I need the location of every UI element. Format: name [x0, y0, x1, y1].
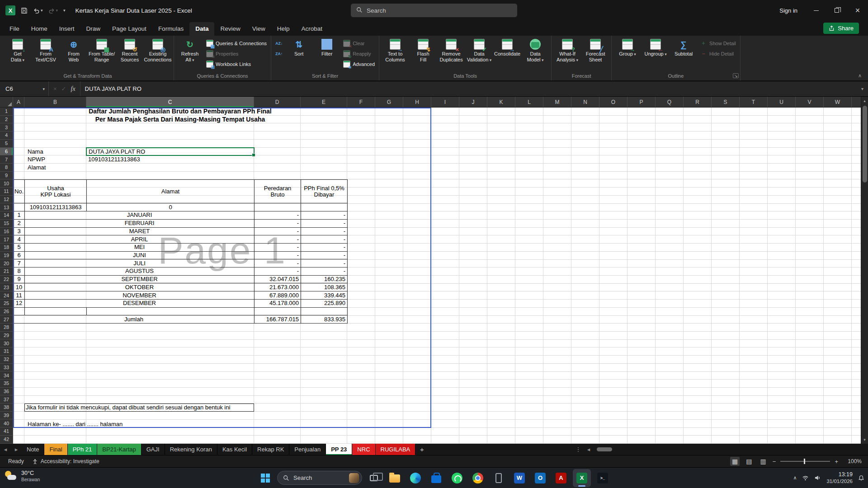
selected-cell-c6[interactable]: DUTA JAYA PLAT RO: [86, 147, 255, 156]
group-button[interactable]: Group ▾: [614, 37, 641, 71]
row-header-6[interactable]: 6: [0, 148, 13, 156]
row-header-3[interactable]: 3: [0, 123, 13, 131]
subtotal-button[interactable]: Subtotal: [670, 37, 697, 71]
row-header-29[interactable]: 29: [0, 332, 13, 340]
weather-widget[interactable]: 30°C Berawan: [5, 470, 40, 483]
name-box-dropdown-icon[interactable]: ▾: [42, 87, 45, 91]
cell-bruto[interactable]: -: [255, 251, 301, 259]
cell-month[interactable]: OKTOBER: [25, 283, 255, 291]
row-header-27[interactable]: 27: [0, 315, 13, 324]
name-box[interactable]: C6 ▾: [0, 81, 49, 96]
minimize-button[interactable]: [806, 0, 826, 21]
row-header-7[interactable]: 7: [0, 155, 13, 164]
show-detail-button[interactable]: Show Detail: [698, 38, 738, 48]
cell-bruto[interactable]: 21.673.000: [255, 283, 301, 291]
taskbar-task-view-icon[interactable]: [365, 469, 383, 487]
save-icon[interactable]: [21, 7, 28, 14]
properties-button[interactable]: Properties: [204, 49, 269, 59]
taskbar-file-explorer-icon[interactable]: [386, 469, 404, 487]
sheet-tab-note[interactable]: Note: [22, 444, 44, 455]
what-if-analysis-button[interactable]: What-If Analysis ▾: [554, 37, 581, 71]
row-header-41[interactable]: 41: [0, 427, 13, 436]
sign-in-button[interactable]: Sign in: [771, 7, 806, 14]
cell-no[interactable]: 11: [14, 291, 25, 300]
jumlah-pph[interactable]: 833.935: [301, 315, 348, 324]
taskbar-search-box[interactable]: Search: [277, 471, 362, 485]
row-header-28[interactable]: 28: [0, 324, 13, 332]
column-header-n[interactable]: N: [571, 97, 599, 107]
accessibility-status[interactable]: Accessibility: Investigate: [32, 458, 99, 465]
column-header-i[interactable]: I: [431, 97, 459, 107]
refresh-all-button[interactable]: Refresh All ▾: [176, 37, 203, 71]
row-header-17[interactable]: 17: [0, 235, 13, 244]
cell-month[interactable]: APRIL: [25, 235, 255, 244]
taskbar-outlook-icon[interactable]: O: [531, 469, 549, 487]
zoom-level[interactable]: 100%: [843, 458, 862, 465]
header-pph[interactable]: PPh Final 0,5%Dibayar: [301, 180, 348, 203]
cell-no[interactable]: 4: [14, 235, 25, 244]
row-header-34[interactable]: 34: [0, 371, 13, 380]
column-header-f[interactable]: F: [347, 97, 375, 107]
cell-month[interactable]: FEBRUARI: [25, 219, 255, 227]
scroll-down-icon[interactable]: ▾: [861, 436, 868, 444]
menu-tab-review[interactable]: Review: [214, 22, 246, 36]
cell-bruto[interactable]: 32.047.015: [255, 275, 301, 283]
advanced-button[interactable]: Advanced: [341, 59, 377, 69]
cell-no[interactable]: 9: [14, 275, 25, 283]
cell-pph[interactable]: 225.890: [301, 299, 348, 307]
cell-month[interactable]: JULI: [25, 259, 255, 267]
data-model-button[interactable]: Data Model ▾: [522, 37, 549, 71]
cell-month[interactable]: DESEMBER: [25, 299, 255, 307]
row-header-35[interactable]: 35: [0, 380, 13, 388]
cell-month[interactable]: JANUARI: [25, 211, 255, 220]
from-text-csv-button[interactable]: From Text/CSV: [32, 37, 59, 71]
hidden-icons-chevron[interactable]: ∧: [793, 475, 797, 481]
hide-detail-button[interactable]: Hide Detail: [698, 49, 738, 59]
jumlah-bruto[interactable]: 166.787.015: [255, 315, 301, 324]
column-header-o[interactable]: O: [599, 97, 627, 107]
cell-pph[interactable]: -: [301, 235, 348, 244]
cell-pph[interactable]: 339.445: [301, 291, 348, 300]
column-header-t[interactable]: T: [740, 97, 768, 107]
row-header-19[interactable]: 19: [0, 252, 13, 260]
btn-button[interactable]: [274, 49, 284, 59]
menu-tab-draw[interactable]: Draw: [80, 22, 107, 36]
row-header-2[interactable]: 2: [0, 116, 13, 124]
column-header-l[interactable]: L: [515, 97, 543, 107]
row-header-18[interactable]: 18: [0, 244, 13, 252]
cell-pph[interactable]: -: [301, 219, 348, 227]
row-header-40[interactable]: 40: [0, 419, 13, 427]
column-header-m[interactable]: M: [543, 97, 571, 107]
forecast-sheet-button[interactable]: Forecast Sheet: [582, 37, 609, 71]
row-header-20[interactable]: 20: [0, 259, 13, 267]
cell-no[interactable]: 5: [14, 243, 25, 251]
row-header-16[interactable]: 16: [0, 228, 13, 236]
wifi-icon[interactable]: [802, 475, 809, 481]
cell-month[interactable]: JUNI: [25, 251, 255, 259]
cell-bruto[interactable]: 45.178.000: [255, 299, 301, 307]
sheet-tab-pph-21[interactable]: PPh 21: [68, 444, 98, 455]
cell-no[interactable]: 3: [14, 227, 25, 235]
jumlah-label[interactable]: Jumlah: [14, 315, 255, 324]
row-header-12[interactable]: 12: [0, 196, 13, 204]
row-header-33[interactable]: 33: [0, 364, 13, 372]
cell-month[interactable]: AGUSTUS: [25, 267, 255, 276]
page-layout-view-icon[interactable]: ▤: [744, 457, 754, 466]
taskbar-chrome-icon[interactable]: [469, 469, 487, 487]
menu-tab-view[interactable]: View: [246, 22, 271, 36]
cell-pph[interactable]: -: [301, 227, 348, 235]
sheet-tab-rekap-rk[interactable]: Rekap RK: [252, 444, 289, 455]
taskbar-edge-icon[interactable]: [406, 469, 425, 487]
menu-tab-help[interactable]: Help: [271, 22, 296, 36]
sheet-tab-final[interactable]: Final: [44, 444, 67, 455]
recent-sources-button[interactable]: Recent Sources: [116, 37, 143, 71]
taskbar-word-icon[interactable]: W: [510, 469, 528, 487]
taskbar-excel-icon[interactable]: X: [573, 469, 591, 487]
workbook-links-button[interactable]: Workbook Links: [204, 59, 269, 69]
row-header-32[interactable]: 32: [0, 356, 13, 364]
cell-pph[interactable]: -: [301, 251, 348, 259]
column-header-u[interactable]: U: [768, 97, 796, 107]
excel-logo-icon[interactable]: X: [5, 5, 15, 15]
cell-month[interactable]: MEI: [25, 243, 255, 251]
clear-button[interactable]: Clear: [341, 38, 377, 48]
